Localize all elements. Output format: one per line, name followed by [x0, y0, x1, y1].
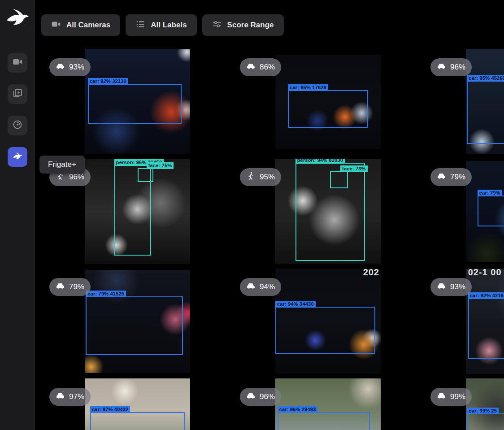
- all-cameras-filter-button[interactable]: All Cameras: [41, 14, 120, 36]
- car-icon: [437, 171, 446, 183]
- score-value: 93%: [69, 63, 84, 72]
- score-value: 94%: [260, 282, 275, 291]
- box-label: car: 99% 25: [467, 408, 499, 414]
- all-cameras-label: All Cameras: [66, 21, 110, 30]
- detection-thumbnail[interactable]: car: 92% 32130: [85, 49, 190, 154]
- car-icon: [56, 61, 65, 73]
- bounding-box: car: 99% 25: [467, 413, 504, 430]
- car-icon: [56, 281, 65, 293]
- box-label: car: 79%: [478, 190, 502, 196]
- score-value: 95%: [260, 173, 275, 182]
- timestamp-fragment: 02-1 00: [468, 269, 502, 278]
- score-value: 97%: [69, 392, 84, 401]
- score-value: 99%: [450, 392, 465, 401]
- camera-video-icon: [51, 19, 61, 31]
- detection-card[interactable]: 96% person: 96% 31450face: 75%: [44, 158, 231, 265]
- box-label: car: 92% 32130: [88, 78, 128, 85]
- bounding-box: car: 97% 40432: [90, 412, 185, 430]
- detection-card[interactable]: 86% car: 85% 17628: [235, 48, 421, 155]
- sidebar-item-live[interactable]: [8, 53, 27, 73]
- car-icon: [437, 281, 446, 293]
- score-value: 86%: [260, 63, 275, 72]
- sidebar-item-review[interactable]: [8, 84, 27, 104]
- detection-card[interactable]: 96% car: 95% 45260: [425, 48, 504, 155]
- detection-card[interactable]: 96% car: 96% 29493: [235, 378, 421, 430]
- score-range-label: Score Range: [227, 21, 274, 30]
- score-badge: 79%: [49, 278, 91, 296]
- score-badge: 97%: [49, 388, 91, 406]
- box-label: car: 92% 4216: [468, 292, 504, 299]
- box-label: car: 85% 17628: [288, 84, 328, 91]
- detection-thumbnail[interactable]: car: 95% 45260: [466, 49, 504, 154]
- detection-thumbnail[interactable]: car: 99% 25: [466, 378, 504, 430]
- score-badge: 96%: [430, 58, 472, 76]
- detection-card[interactable]: 94% car: 94% 34430202: [235, 268, 421, 374]
- detection-thumbnail[interactable]: car: 94% 34430202: [275, 269, 381, 374]
- score-badge: 99%: [430, 388, 472, 406]
- detection-card[interactable]: 79% car: 79% 41525: [44, 268, 231, 374]
- score-badge: 93%: [49, 58, 91, 76]
- detection-thumbnail[interactable]: car: 96% 29493: [275, 378, 381, 430]
- car-icon: [437, 391, 446, 403]
- score-range-filter-button[interactable]: Score Range: [202, 14, 284, 36]
- detection-card[interactable]: 97% car: 97% 40432: [44, 378, 231, 430]
- detection-card[interactable]: 95% person: 94% 82030face: 73%: [235, 158, 421, 265]
- all-labels-label: All Labels: [151, 21, 187, 30]
- explore-icon: [12, 119, 23, 132]
- score-value: 79%: [69, 282, 84, 291]
- box-label: person: 94% 82030: [295, 159, 345, 164]
- person-walking-icon: [246, 171, 256, 183]
- bounding-box: car: 96% 29493: [278, 412, 370, 430]
- all-labels-filter-button[interactable]: All Labels: [126, 14, 196, 36]
- sliders-icon: [212, 19, 222, 31]
- bounding-box: car: 95% 45260: [467, 81, 504, 144]
- car-icon: [56, 391, 65, 403]
- detection-thumbnail[interactable]: person: 96% 31450face: 75%: [85, 159, 190, 264]
- box-label: car: 94% 34430: [275, 301, 316, 308]
- detection-thumbnail[interactable]: car: 79% 41525: [85, 270, 190, 373]
- car-icon: [246, 61, 256, 73]
- box-label: car: 95% 45260: [467, 75, 504, 82]
- camera-video-icon: [12, 56, 23, 69]
- box-label: car: 79% 41525: [86, 291, 126, 297]
- box-label: car: 97% 40432: [90, 406, 130, 413]
- frigate-plus-tooltip: Frigate+: [39, 156, 85, 174]
- review-icon: [12, 88, 23, 100]
- list-icon: [135, 19, 145, 31]
- detection-thumbnail[interactable]: car: 92% 421602-1 00: [466, 269, 504, 374]
- box-label: face: 75%: [147, 162, 174, 169]
- score-badge: 94%: [240, 278, 281, 296]
- detection-thumbnail[interactable]: car: 85% 17628: [275, 55, 381, 149]
- car-icon: [246, 281, 256, 293]
- bounding-box: car: 79%: [478, 195, 504, 227]
- box-label: car: 96% 29493: [278, 406, 318, 413]
- bounding-box: face: 73%: [330, 171, 348, 188]
- score-value: 93%: [450, 282, 465, 291]
- score-badge: 93%: [430, 278, 472, 296]
- bounding-box: car: 92% 4216: [468, 298, 504, 359]
- sidebar-item-explore[interactable]: [8, 116, 27, 135]
- detection-thumbnail[interactable]: car: 97% 40432: [85, 378, 190, 430]
- detection-card[interactable]: 99% car: 99% 25: [425, 378, 504, 430]
- detection-thumbnail[interactable]: person: 94% 82030face: 73%: [275, 159, 381, 264]
- bounding-box: face: 75%: [138, 168, 153, 182]
- box-label: face: 73%: [340, 165, 368, 172]
- detection-card[interactable]: 93% car: 92% 421602-1 00: [425, 268, 504, 374]
- frigate-logo: [5, 7, 30, 30]
- detection-card[interactable]: 93% car: 92% 32130: [44, 48, 231, 155]
- car-icon: [246, 391, 256, 403]
- bounding-box: car: 79% 41525: [86, 296, 182, 355]
- bounding-box: car: 94% 34430: [275, 307, 375, 354]
- bounding-box: car: 85% 17628: [288, 90, 368, 128]
- tooltip-text: Frigate+: [48, 160, 76, 169]
- sidebar-item-frigate-plus[interactable]: [8, 147, 27, 167]
- score-badge: 79%: [430, 168, 472, 186]
- car-icon: [437, 61, 446, 73]
- detection-card[interactable]: 79% car: 79%: [425, 158, 504, 265]
- score-value: 96%: [450, 63, 465, 72]
- score-value: 96%: [69, 173, 84, 182]
- score-value: 79%: [450, 173, 465, 182]
- score-badge: 95%: [240, 168, 281, 186]
- filter-bar: All Cameras All Labels Score Range: [41, 14, 284, 36]
- score-value: 96%: [260, 392, 275, 401]
